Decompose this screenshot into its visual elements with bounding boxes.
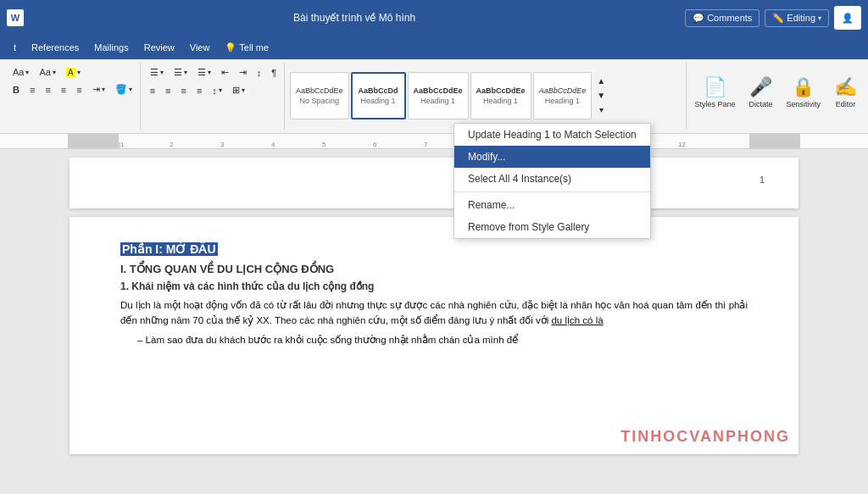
style-heading1c[interactable]: AaBbCcDdEe Heading 1: [470, 72, 531, 119]
menu-item-file[interactable]: t: [7, 40, 23, 55]
multilevel-icon: ☰: [198, 67, 206, 78]
editor-icon: ✍️: [834, 76, 857, 98]
editing-label: Editing: [787, 13, 815, 23]
align-justify-button[interactable]: ≡: [72, 82, 86, 97]
ribbon-paragraph-row: ≡ ≡ ≡ ≡ ↕ ▾ ⊞ ▾: [146, 82, 249, 98]
context-menu-item-update[interactable]: Update Heading 1 to Match Selection: [454, 124, 650, 146]
align-left-button[interactable]: ≡: [25, 82, 39, 97]
context-menu-item-modify[interactable]: Modify...: [454, 146, 650, 168]
multilevel-button[interactable]: ☰ ▾: [193, 64, 215, 80]
styles-pane-icon: 📄: [704, 76, 726, 98]
ribbon-font-row2: B ≡ ≡ ≡ ≡ ⇥ ▾ 🪣 ▾: [8, 81, 136, 97]
context-menu-divider: [454, 191, 650, 192]
indent-dropdown-icon: ▾: [102, 86, 105, 93]
styles-scroll-down[interactable]: ▼: [595, 89, 607, 102]
style-heading1d[interactable]: AaBbCcDdEe Heading 1: [533, 72, 593, 119]
ribbon-font-row1: Aa ▾ Aa ▾ A ▾: [8, 64, 85, 80]
styles-more[interactable]: ▾: [595, 103, 607, 116]
font-name: Aa: [13, 67, 24, 77]
style-heading1-label: Heading 1: [358, 97, 399, 105]
word-logo: W: [7, 9, 24, 26]
menu-item-tellme[interactable]: 💡 Tell me: [218, 40, 275, 56]
fontsize-dropdown-icon: ▾: [53, 69, 56, 76]
indent-icon: ⇥: [92, 84, 100, 95]
multilevel-dropdown-icon: ▾: [208, 69, 211, 76]
sensitivity-button[interactable]: 🔒 Sensitivity: [780, 63, 826, 122]
heading1-selected-text: Phần I: MỞ ĐẦU: [120, 242, 218, 256]
align-justify-btn2[interactable]: ≡: [192, 83, 206, 98]
menu-item-view[interactable]: View: [183, 40, 217, 55]
share-button[interactable]: 👤: [834, 6, 861, 30]
bullet1-text: Làm sao đưa du khách bước ra khỏi cuộc s…: [146, 335, 519, 345]
menu-item-references[interactable]: References: [25, 40, 86, 55]
style-heading1-preview: AaBbCcDd: [358, 86, 399, 95]
ruler-right-margin: [749, 134, 800, 148]
context-menu-item-select-all[interactable]: Select All 4 Instance(s): [454, 168, 650, 190]
style-no-spacing[interactable]: AaBbCcDdEe No Spacing: [290, 72, 349, 119]
menu-item-mailings[interactable]: Mailings: [87, 40, 135, 55]
ruler-mark-4: 5: [322, 141, 326, 148]
shading-button[interactable]: 🪣 ▾: [111, 81, 136, 97]
styles-section: AaBbCcDdEe No Spacing AaBbCcDd Heading 1…: [287, 63, 687, 130]
border-btn[interactable]: ⊞ ▾: [228, 82, 249, 98]
ribbon: Aa ▾ Aa ▾ A ▾ B ≡ ≡ ≡ ≡ ⇥ ▾ 🪣 ▾: [0, 59, 868, 134]
dictate-label: Dictate: [748, 100, 772, 108]
ruler-mark-3: 4: [271, 141, 275, 148]
pencil-icon: ✏️: [772, 13, 784, 24]
indent-button[interactable]: ⇥ ▾: [88, 81, 109, 97]
dictate-button[interactable]: 🎤 Dictate: [743, 63, 778, 122]
ruler-mark-1: 2: [170, 141, 173, 148]
context-menu: Update Heading 1 to Match Selection Modi…: [453, 123, 651, 239]
bullets-button[interactable]: ☰ ▾: [146, 64, 168, 80]
chevron-down-icon: ▾: [818, 14, 821, 22]
editor-button[interactable]: ✍️ Editor: [828, 63, 863, 122]
editor-label: Editor: [836, 100, 856, 108]
shading-dropdown-icon: ▾: [129, 86, 132, 93]
page-1: 1: [70, 158, 798, 208]
increase-indent-button[interactable]: ⇥: [235, 64, 251, 80]
pilcrow-button[interactable]: ¶: [267, 65, 281, 80]
numbering-button[interactable]: ☰ ▾: [170, 64, 192, 80]
ruler: |1 2 3 4 5 6 7 8 9 10 11 12: [0, 134, 868, 149]
context-menu-item-rename[interactable]: Rename...: [454, 194, 650, 216]
style-heading1-active[interactable]: AaBbCcDd Heading 1: [351, 72, 406, 119]
line-spacing-btn[interactable]: ↕ ▾: [208, 83, 226, 98]
align-center-btn2[interactable]: ≡: [161, 83, 175, 98]
border-dropdown-icon: ▾: [242, 86, 245, 94]
sort-button[interactable]: ↕: [253, 65, 266, 80]
page2-heading1: Phần I: MỞ ĐẦU: [120, 242, 748, 256]
decrease-indent-button[interactable]: ⇤: [217, 64, 233, 80]
style-heading1b[interactable]: AaBbCcDdEe Heading 1: [408, 72, 469, 119]
align-right-button[interactable]: ≡: [57, 82, 70, 97]
bullets-icon: ☰: [150, 67, 159, 78]
ruler-mark-2: 3: [220, 141, 224, 148]
context-menu-item-remove[interactable]: Remove from Style Gallery: [454, 216, 650, 238]
editing-button[interactable]: ✏️ Editing ▾: [765, 9, 829, 27]
numbering-dropdown-icon: ▾: [184, 69, 187, 76]
watermark: TINHOCVANPHONG: [620, 428, 790, 446]
font-selector[interactable]: Aa ▾: [8, 64, 33, 80]
underline-text: du lịch có là: [551, 315, 603, 325]
ruler-mark-5: 6: [373, 141, 376, 148]
top-bar-right: 💬 Comments ✏️ Editing ▾ 👤: [685, 6, 861, 30]
menu-item-review[interactable]: Review: [137, 40, 181, 55]
ruler-mark-6: 7: [424, 141, 427, 148]
styles-scroll-buttons: ▲ ▼ ▾: [593, 73, 609, 118]
shading-icon: 🪣: [115, 84, 127, 95]
border-icon: ⊞: [232, 85, 240, 96]
font-size-selector[interactable]: Aa ▾: [35, 64, 59, 80]
styles-scroll-up[interactable]: ▲: [595, 75, 607, 87]
page2-heading2: I. TỔNG QUAN VỀ DU LỊCH CỘNG ĐỒNG: [120, 263, 748, 275]
menu-bar: t References Mailings Review View 💡 Tell…: [0, 36, 868, 59]
comments-button[interactable]: 💬 Comments: [685, 9, 760, 27]
styles-pane-button[interactable]: 📄 Styles Pane: [688, 63, 741, 122]
page2-bullet1: – Làm sao đưa du khách bước ra khỏi cuộc…: [120, 332, 748, 347]
ruler-inner: |1 2 3 4 5 6 7 8 9 10 11 12: [119, 134, 749, 148]
align-left-btn2[interactable]: ≡: [146, 83, 159, 98]
align-center-button[interactable]: ≡: [41, 82, 54, 97]
highlight-button[interactable]: A ▾: [62, 65, 85, 80]
page2-body1: Du lịch là một hoạt động vốn đã có từ rấ…: [120, 297, 748, 329]
align-right-btn2[interactable]: ≡: [176, 83, 190, 98]
bold-button[interactable]: B: [8, 82, 24, 97]
style-no-spacing-label: No Spacing: [296, 97, 343, 105]
